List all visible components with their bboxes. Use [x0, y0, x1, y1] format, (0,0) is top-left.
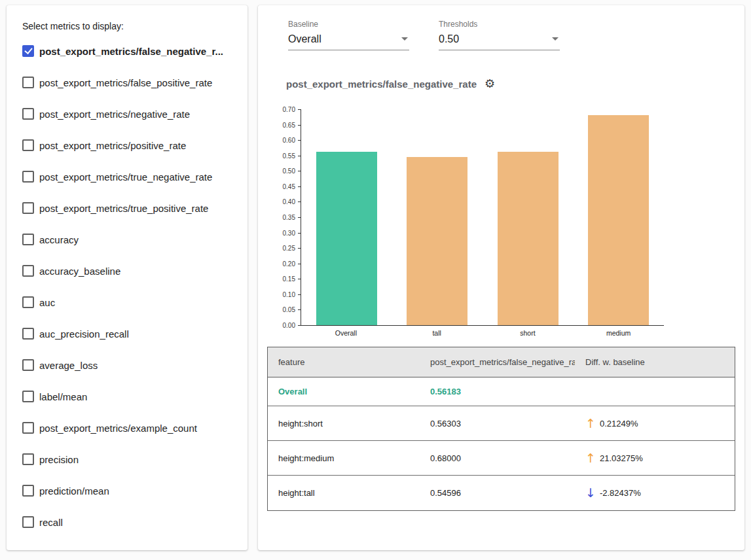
- y-tick-label: 0.30: [268, 229, 295, 236]
- checkbox-icon[interactable]: [22, 139, 34, 151]
- metrics-table: feature post_export_metrics/false_negati…: [267, 347, 735, 511]
- x-axis-labels: Overalltallshortmedium: [301, 329, 664, 337]
- bar-chart: 0.000.050.100.150.200.250.300.350.400.45…: [291, 109, 684, 337]
- metric-item-average-loss[interactable]: average_loss: [22, 349, 234, 381]
- chevron-down-icon: [401, 37, 408, 41]
- thresholds-label: Thresholds: [439, 20, 560, 29]
- bar-plot: 0.000.050.100.150.200.250.300.350.400.45…: [301, 109, 664, 326]
- metric-label: average_loss: [39, 360, 98, 371]
- feature-cell: height:medium: [268, 448, 420, 468]
- checkbox-icon[interactable]: [22, 453, 34, 465]
- y-tick-mark: [298, 186, 301, 187]
- metric-label: accuracy: [39, 234, 79, 245]
- metric-label: post_export_metrics/false_positive_rate: [39, 77, 212, 88]
- metric-item-post-export-metrics-false-positive-rate[interactable]: post_export_metrics/false_positive_rate: [22, 67, 234, 98]
- checkbox-icon[interactable]: [22, 422, 34, 434]
- metric-item-post-export-metrics-false-negative-r[interactable]: post_export_metrics/false_negative_r...: [22, 35, 234, 67]
- bar-slot: [392, 109, 483, 325]
- y-tick-mark: [298, 309, 301, 310]
- metric-item-post-export-metrics-example-count[interactable]: post_export_metrics/example_count: [22, 412, 234, 444]
- y-tick-label: 0.35: [268, 214, 295, 221]
- y-tick-mark: [298, 325, 301, 326]
- metric-label: auc_precision_recall: [39, 328, 129, 340]
- header-metric-value: post_export_metrics/false_negative_rat..…: [420, 347, 575, 377]
- bar-tall[interactable]: [407, 157, 467, 325]
- thresholds-select-group: Thresholds 0.50: [439, 20, 560, 50]
- baseline-select-group: Baseline Overall: [288, 20, 409, 50]
- metric-label: accuracy_baseline: [39, 266, 120, 277]
- metric-item-post-export-metrics-negative-rate[interactable]: post_export_metrics/negative_rate: [22, 98, 234, 130]
- y-tick-mark: [298, 140, 301, 141]
- checkbox-icon[interactable]: [22, 234, 34, 245]
- table-row-height-medium: height:medium0.68000↑21.03275%: [268, 441, 735, 476]
- metric-item-post-export-metrics-true-positive-rate[interactable]: post_export_metrics/true_positive_rate: [22, 192, 234, 224]
- baseline-value: Overall: [288, 33, 321, 44]
- bar-Overall[interactable]: [316, 152, 377, 325]
- feature-cell: Overall: [268, 381, 420, 402]
- baseline-select[interactable]: Overall: [288, 32, 409, 50]
- bar-short[interactable]: [498, 152, 559, 325]
- bars-row: [301, 109, 664, 325]
- value-cell: 0.68000: [420, 448, 575, 468]
- metric-label: prediction/mean: [39, 485, 109, 497]
- checkbox-icon[interactable]: [22, 391, 34, 402]
- metric-label: post_export_metrics/false_negative_r...: [39, 46, 223, 57]
- x-label-short: short: [483, 329, 574, 337]
- checkbox-icon[interactable]: [22, 359, 34, 371]
- feature-cell: height:short: [268, 413, 420, 434]
- gear-icon[interactable]: ⚙: [485, 78, 495, 90]
- checkbox-icon[interactable]: [22, 328, 34, 340]
- chart-title: post_export_metrics/false_negative_rate: [286, 79, 477, 90]
- y-tick-mark: [298, 233, 301, 234]
- arrow-up-icon: ↑: [585, 417, 596, 430]
- metric-selector-title: Select metrics to display:: [22, 21, 234, 31]
- checkbox-icon[interactable]: [22, 202, 34, 214]
- metric-item-label-mean[interactable]: label/mean: [22, 381, 234, 412]
- diff-cell: [575, 387, 735, 397]
- table-row-height-short: height:short0.56303↑0.21249%: [268, 406, 735, 441]
- value-cell: 0.56303: [420, 413, 575, 434]
- metric-label: precision: [39, 454, 79, 465]
- y-tick-mark: [298, 201, 301, 202]
- checkbox-icon[interactable]: [22, 77, 34, 88]
- header-feature: feature: [268, 347, 420, 377]
- checkbox-icon[interactable]: [22, 485, 34, 497]
- y-tick-label: 0.65: [268, 121, 295, 128]
- y-tick-mark: [298, 109, 301, 110]
- metric-item-recall[interactable]: recall: [22, 506, 234, 538]
- x-label-tall: tall: [392, 329, 483, 337]
- metric-item-precision[interactable]: precision: [22, 444, 234, 475]
- metrics-list: post_export_metrics/false_negative_r...p…: [22, 35, 234, 538]
- fairness-indicators-page: Select metrics to display: post_export_m…: [0, 0, 751, 560]
- diff-value: 0.21249%: [600, 419, 638, 429]
- y-tick-mark: [298, 279, 301, 279]
- y-tick-mark: [298, 248, 301, 249]
- y-tick-label: 0.10: [268, 290, 295, 298]
- metric-item-auc-precision-recall[interactable]: auc_precision_recall: [22, 318, 234, 349]
- y-tick-mark: [298, 294, 301, 295]
- metric-item-accuracy-baseline[interactable]: accuracy_baseline: [22, 255, 234, 287]
- diff-cell: ↑0.21249%: [575, 412, 735, 435]
- metric-label: recall: [39, 517, 63, 528]
- bar-slot: [301, 109, 392, 325]
- checkbox-icon[interactable]: [22, 265, 34, 277]
- y-tick-label: 0.40: [268, 198, 295, 205]
- y-tick-label: 0.15: [268, 275, 295, 283]
- metric-item-auc[interactable]: auc: [22, 287, 234, 318]
- arrow-up-icon: ↑: [585, 452, 596, 464]
- checkbox-icon[interactable]: [22, 296, 34, 308]
- checkbox-icon[interactable]: [22, 171, 34, 183]
- y-tick-label: 0.00: [268, 322, 295, 329]
- metric-item-post-export-metrics-true-negative-rate[interactable]: post_export_metrics/true_negative_rate: [22, 161, 234, 192]
- bar-medium[interactable]: [588, 115, 649, 325]
- checkbox-checked-icon[interactable]: [22, 45, 34, 57]
- thresholds-select[interactable]: 0.50: [439, 32, 560, 50]
- metric-item-prediction-mean[interactable]: prediction/mean: [22, 475, 234, 506]
- checkbox-icon[interactable]: [22, 108, 34, 120]
- metric-item-post-export-metrics-positive-rate[interactable]: post_export_metrics/positive_rate: [22, 130, 234, 161]
- y-tick-label: 0.55: [268, 152, 295, 159]
- checkbox-icon[interactable]: [22, 516, 34, 528]
- diff-cell: ↑21.03275%: [575, 447, 735, 470]
- y-tick-label: 0.05: [268, 306, 295, 313]
- metric-item-accuracy[interactable]: accuracy: [22, 224, 234, 255]
